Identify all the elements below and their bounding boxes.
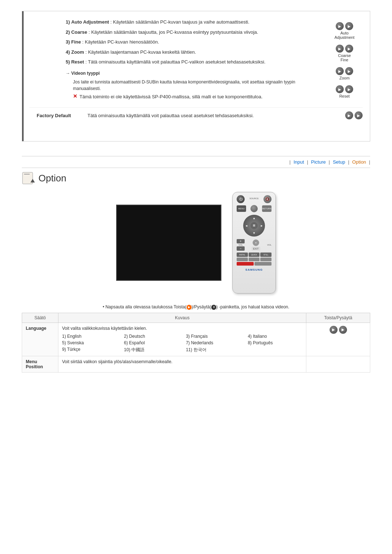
auto-adjustment-btn-pair: ▶ ▶ [336,22,353,30]
lang-espanol: 6) Español [124,340,179,345]
remote-top-row: ⏻ SOURCE 🔇 [235,195,273,203]
item-1-text: Käytetään säätämään PC-kuvan taajuus ja … [113,19,249,25]
language-row-buttons: ▶ ▶ [306,323,370,356]
item-2-bold: Coarse [71,29,87,35]
remote-still-btn[interactable]: STILL [260,253,271,257]
language-row-label: Language [22,323,58,356]
remote-standard-btn[interactable] [237,258,248,261]
left-border-decoration [22,11,24,141]
language-row-content: Voit valita valikkokuvissa käytettävän k… [58,323,306,356]
remote-vol-plus[interactable]: + [237,239,245,243]
remote-mute-button[interactable]: 🔇 [264,195,271,203]
reset-btn-2: ▶ [345,85,353,93]
zoom-btn-group: ▶ ▶ Zoom [336,67,353,80]
menu-position-label: Menu Position [22,356,58,372]
videon-arrow-label: → Videon tyyppi [66,70,319,77]
remote-control: ⏻ SOURCE 🔇 MENU RETURN ▲ ▼ ◄ ► [232,192,276,294]
factory-btn-pair: ▶ ▶ [345,111,363,119]
remote-monitor-btn[interactable] [260,258,271,261]
nav-picture[interactable]: Picture [308,159,328,165]
nav-setup[interactable]: Setup [330,159,348,165]
language-row: Language Voit valita valikkokuvissa käyt… [22,323,370,356]
language-play-btn[interactable]: ▶ [330,326,338,334]
item-5-text: Tätä ominaisuutta käyttämällä voit palau… [88,59,265,65]
remote-psize-row [237,262,271,266]
arrow-symbol: → [66,71,70,76]
main-text-block: 1) Auto Adjustment : Käytetään säätämään… [29,19,319,102]
item-3: 3) Fine : Käytetään PC-kuvan hienosäätöö… [66,38,319,46]
auto-adj-btn-2: ▶ [345,22,353,30]
item-5-bold: Reset [71,59,84,65]
menu-position-buttons [306,356,370,372]
remote-install-row: INSTAL QUICK STILL [237,253,271,257]
item-4-bold: Zoom [71,49,84,55]
lang-chinese: 10) 中國語 [124,347,179,353]
remote-nav-center[interactable] [250,222,258,229]
table-note: • Napsauta alla olevassa taulukossa Tois… [22,304,370,310]
enter-icon [252,224,256,227]
language-pause-btn[interactable]: ▶ [339,326,347,334]
lang-italiano: 4) Italiano [248,334,303,339]
zoom-label: Zoom [339,76,350,80]
remote-menu-button[interactable]: MENU [237,205,246,212]
remote-confirm-button[interactable] [250,205,258,212]
remote-vol-minus[interactable]: − [237,246,245,251]
remote-center-btn[interactable]: ● [253,239,259,246]
svg-rect-4 [253,226,255,226]
item-2-label: 2) [66,29,70,35]
option-title: Option [22,172,370,185]
remote-install-btn[interactable]: INSTAL [237,253,248,257]
factory-default-label: Factory Default [37,113,80,118]
svg-rect-3 [253,225,255,225]
zoom-btn-2: ▶ [345,67,353,75]
top-manual-section: 1) Auto Adjustment : Käytetään säätämään… [22,11,370,141]
remote-vol-row: + VOL − ● EXIT VOL [235,238,273,251]
factory-btn-1: ▶ [345,111,353,119]
nav-input[interactable]: Input [291,159,307,165]
videon-desc1: Jos laite ei tunnista automaattisesti D-… [66,79,319,92]
remote-nav-down[interactable]: ▼ [253,231,256,235]
remote-power-button[interactable]: ⏻ [237,195,245,203]
item-3-text: Käytetään PC-kuvan hienosäätöön. [85,39,159,45]
lang-english: 1) English [62,334,117,339]
remote-quick-btn[interactable]: QUICK [249,253,260,257]
col-kuvaus-header: Kuvaus [58,313,306,323]
remote-source-button[interactable]: SOURCE [249,195,259,203]
option-heading: Option [38,173,66,184]
remote-volume-control: + VOL − [237,239,245,251]
item-5: 5) Reset : Tätä ominaisuutta käyttämällä… [66,58,319,66]
remote-nav-up[interactable]: ▲ [253,217,256,220]
remote-movie-btn[interactable] [249,258,260,261]
menu-position-row: Menu Position Voit siirtää valikon sijai… [22,356,370,372]
reset-btn-1: ▶ [336,85,344,93]
remote-display-section: ⏻ SOURCE 🔇 MENU RETURN ▲ ▼ ◄ ► [22,192,370,294]
lang-nederlands: 7) Nederlands [186,340,241,345]
remote-menu-row: MENU RETURN [235,204,273,213]
remote-return-button[interactable]: RETURN [262,205,271,212]
note-x-block: ✕ Tämä toiminto ei ole käytettävissä SP-… [66,94,319,99]
item-1-label: 1) [66,19,70,25]
svg-rect-1 [24,174,30,175]
content-area: 1) Auto Adjustment : Käytetään säätämään… [29,19,363,102]
remote-exit-button[interactable]: EXIT [252,247,260,251]
lang-deutsch: 2) Deutsch [124,334,179,339]
nav-sep-5: | [369,159,370,165]
nav-option[interactable]: Option [349,159,369,165]
reset-label: Reset [339,94,350,98]
factory-default-text: Tätä ominaisuutta käyttämällä voit palau… [87,113,338,118]
auto-adj-btn-1: ▶ [336,22,344,30]
remote-nav-circle: ▲ ▼ ◄ ► [243,215,265,237]
navigation-bar: | Input | Picture | Setup | Option | [22,156,370,168]
remote-psize-btn[interactable] [237,262,254,266]
remote-nav-left[interactable]: ◄ [245,224,248,227]
remote-nav-right[interactable]: ► [260,224,263,227]
option-section: Option [22,172,370,185]
col-toista-header: Toista/Pysäytä [306,313,370,323]
remote-samsung-logo: SAMSUNG [245,268,263,271]
settings-table: Säätö Kuvaus Toista/Pysäytä Language Voi… [22,313,370,373]
remote-standard-row [237,258,271,261]
remote-pmode-btn[interactable] [254,262,271,266]
reset-btn-group: ▶ ▶ Reset [336,85,353,98]
item-3-bold: Fine [71,39,81,45]
remote-bottom-section: INSTAL QUICK STILL [235,253,273,266]
